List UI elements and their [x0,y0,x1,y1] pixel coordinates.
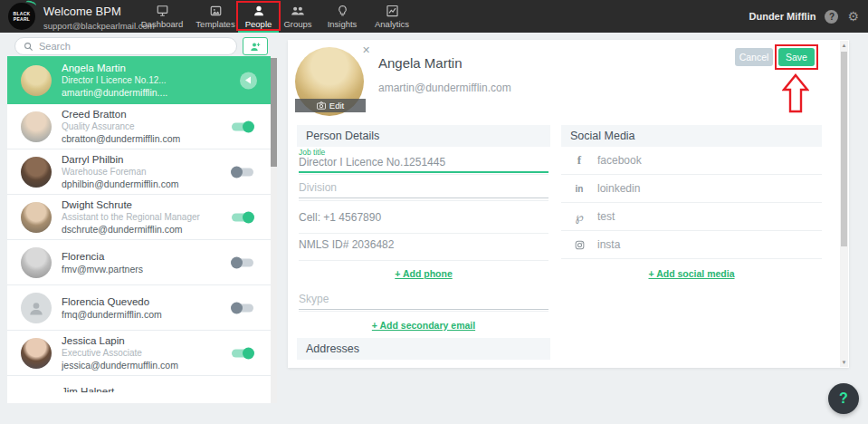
social-value: insta [597,238,620,251]
add-phone-link[interactable]: + Add phone [299,268,548,279]
person-row-angela-martin[interactable]: Angela Martin Director I Licence No.12..… [7,56,277,104]
job-title-input[interactable] [299,156,548,173]
social-row-linkedin[interactable]: in loinkedin [561,175,822,203]
nav-analytics[interactable]: Analytics [367,0,417,33]
person-name: Creed Bratton [62,109,180,120]
avatar [21,202,52,233]
active-toggle[interactable] [232,349,253,357]
nav-templates[interactable]: Templates [190,0,241,33]
edit-label: Edit [329,101,344,111]
topbar: BLACK PEARL Welcome BPM support@blackpea… [0,0,868,33]
nav-insights[interactable]: Insights [319,0,366,33]
search-box[interactable] [14,37,237,55]
annotation-arrow-up [782,73,809,113]
nav-label: People [245,19,272,29]
cell-phone-field[interactable]: Cell: +1 4567890 [299,211,548,234]
nav-people[interactable]: People [238,0,279,33]
avatar [21,247,52,278]
search-input[interactable] [39,41,211,52]
social-row-pinterest[interactable]: ℘ test [561,203,822,231]
skype-input[interactable] [299,293,548,310]
add-social-media-link[interactable]: + Add social media [561,268,822,279]
person-row-florencia-quevedo[interactable]: Florencia Quevedo fmq@dundermifflin.com [7,285,277,331]
camera-icon [317,101,326,110]
logo-swoosh-icon [24,0,37,9]
person-row-creed-bratton[interactable]: Creed Bratton Quality Assurance cbratton… [7,104,277,149]
division-input[interactable] [299,181,548,198]
edit-photo-button[interactable]: Edit [295,99,366,112]
person-email: jessica@dundermufflin.com [62,360,178,371]
person-title: Director I Licence No.12... [62,75,167,85]
gear-icon[interactable]: ⚙ [847,10,859,23]
add-person-button[interactable] [243,37,268,55]
person-name: Jessica Lapin [62,335,178,346]
person-email: dphilbin@dundermifflin.com [62,178,179,189]
templates-icon [209,5,223,17]
collapse-arrow-button[interactable] [240,72,257,89]
social-row-facebook[interactable]: f facebook [561,147,822,175]
search-icon [24,42,33,52]
sidebar-scrollbar-thumb[interactable] [271,58,277,167]
nav-groups[interactable]: Groups [278,0,318,33]
person-name: Darryl Philbin [62,154,179,165]
people-list: Angela Martin Director I Licence No.12..… [7,56,277,403]
help-chat-button[interactable]: ? [828,383,859,414]
person-name: Florencia [62,251,143,262]
help-icon[interactable]: ? [825,10,838,24]
social-media-header: Social Media [561,125,822,147]
dashboard-icon [156,5,169,17]
pinterest-icon: ℘ [561,210,597,224]
addresses-header: Addresses [297,338,550,360]
nmls-id-field[interactable]: NMLS ID# 2036482 [299,238,548,261]
person-row-florencia[interactable]: Florencia fmv@mvw.partners [7,240,277,285]
active-toggle[interactable] [232,168,253,176]
avatar [21,338,52,369]
cancel-button[interactable]: Cancel [735,48,773,66]
main-scrollbar-thumb[interactable] [841,52,847,246]
social-row-instagram[interactable]: insta [561,231,822,259]
avatar [21,65,52,96]
scroll-down-icon[interactable]: ▼ [840,358,848,367]
person-title: Assistant to the Regional Manager [62,212,200,222]
social-value: loinkedin [597,182,640,195]
save-button[interactable]: Save [778,48,815,66]
add-secondary-email-link[interactable]: + Add secondary email [299,320,548,331]
analytics-icon [386,5,399,17]
app-logo[interactable]: BLACK PEARL [8,3,35,30]
person-name: Florencia Quevedo [62,296,162,307]
nav-label: Groups [283,19,311,29]
active-toggle[interactable] [232,258,253,266]
person-email: fmv@mvw.partners [62,264,143,275]
left-arrow-icon [245,77,251,84]
divider [299,174,548,175]
linkedin-icon: in [561,184,597,194]
person-row-jessica-lapin[interactable]: Jessica Lapin Executive Associate jessic… [7,331,277,376]
logo-text: BLACK PEARL [8,11,35,22]
person-row-partial[interactable]: Jim Halpert [7,376,277,403]
nav-dashboard[interactable]: Dashboard [136,0,188,33]
person-row-darryl-philbin[interactable]: Darryl Philbin Warehouse Foreman dphilbi… [7,149,277,195]
nav-label: Dashboard [141,19,183,29]
scroll-up-icon[interactable]: ▲ [840,41,848,50]
facebook-icon: f [561,153,597,168]
sidebar-search-row [7,36,277,56]
remove-photo-icon[interactable]: ✕ [362,45,370,55]
main-scrollbar: ▲ ▼ [840,41,848,367]
nav-label: Templates [196,19,234,29]
active-toggle[interactable] [232,304,253,312]
person-email: fmq@dundermifflin.com [62,309,162,320]
divider [299,200,548,201]
person-email: dschrute@dundermifflin.com [62,224,200,235]
topbar-right: Dunder Mifflin ? ⚙ [749,0,860,33]
person-details-header: Person Details [297,125,550,147]
active-toggle[interactable] [232,213,253,221]
instagram-icon [561,240,597,250]
profile-photo[interactable]: Edit [295,47,366,118]
person-name: Dwight Schrute [62,199,200,210]
people-icon [253,5,265,17]
avatar [21,111,52,142]
person-row-dwight-schrute[interactable]: Dwight Schrute Assistant to the Regional… [7,195,277,240]
active-toggle[interactable] [232,122,253,130]
avatar [21,157,52,188]
nav-label: Insights [328,19,358,29]
